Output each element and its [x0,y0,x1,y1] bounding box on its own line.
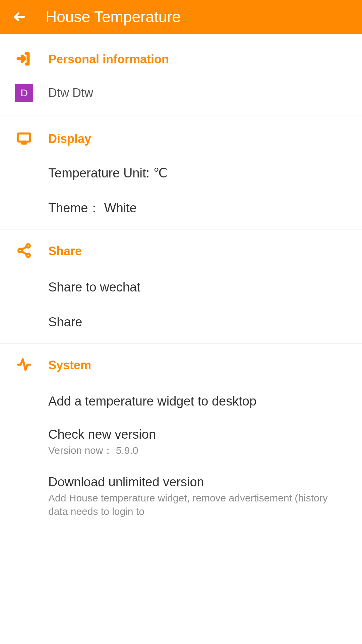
display-section-title: Display [48,132,91,146]
share-section-title: Share [48,244,82,258]
share-wechat-row[interactable]: Share to wechat [0,270,362,305]
section-share: Share Share to wechat Share [0,229,362,343]
share-generic-row[interactable]: Share [0,305,362,339]
section-personal: Personal information D Dtw Dtw [0,34,362,115]
svg-rect-0 [18,133,30,142]
section-system: System Add a temperature widget to deskt… [0,343,362,527]
download-unlimited-label: Download unlimited version [48,475,349,489]
share-generic-label: Share [48,315,82,329]
temperature-unit-row[interactable]: Temperature Unit: ℃ [0,156,362,191]
activity-icon [16,357,32,374]
avatar-initial: D [20,87,28,99]
system-section-title: System [48,358,91,372]
share-wechat-label: Share to wechat [48,280,140,294]
add-widget-label: Add a temperature widget to desktop [48,394,256,409]
temperature-unit-label: Temperature Unit: ℃ [48,166,168,180]
check-version-label: Check new version [48,427,156,442]
theme-label: Theme： White [48,200,137,217]
download-unlimited-desc: Add House temperature widget, remove adv… [48,491,349,519]
back-button[interactable] [10,7,29,26]
section-display: Display Temperature Unit: ℃ Theme： White [0,115,362,229]
user-row[interactable]: D Dtw Dtw [0,74,362,111]
share-icon [16,243,32,260]
check-version-row[interactable]: Check new version Version now： 5.9.0 [0,419,362,466]
theme-row[interactable]: Theme： White [0,191,362,225]
app-header: House Temperature [0,0,362,34]
page-title: House Temperature [46,8,181,26]
username-label: Dtw Dtw [48,86,93,100]
display-icon [16,130,32,148]
download-unlimited-row[interactable]: Download unlimited version Add House tem… [0,466,362,527]
add-widget-row[interactable]: Add a temperature widget to desktop [0,384,362,419]
personal-section-title: Personal information [48,52,169,66]
avatar: D [15,84,33,102]
version-now-label: Version now： 5.9.0 [48,444,156,458]
login-icon [16,51,32,68]
